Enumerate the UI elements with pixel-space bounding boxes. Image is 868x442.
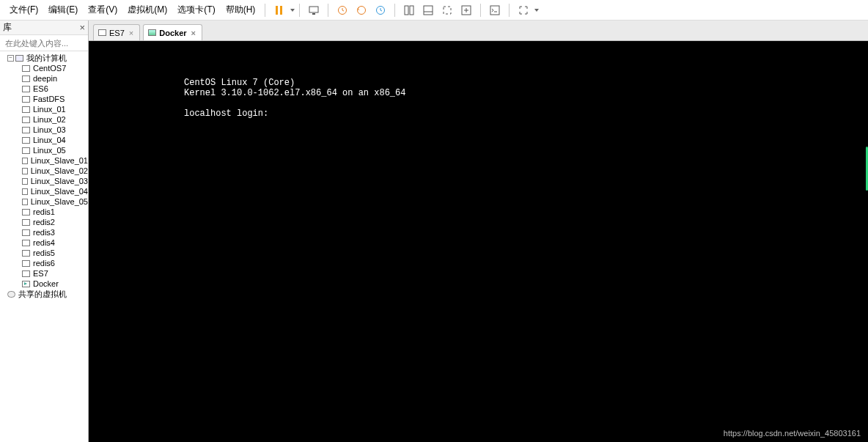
vm-icon — [22, 270, 30, 277]
vm-icon — [22, 240, 30, 246]
tab-bar: ES7 × Docker × — [89, 21, 868, 41]
tree-item[interactable]: CentOS7 — [0, 63, 88, 73]
tree-item[interactable]: redis1 — [0, 207, 88, 217]
pause-icon — [274, 5, 284, 15]
tree-item[interactable]: redis3 — [0, 227, 88, 237]
tree-item[interactable]: FastDFS — [0, 94, 88, 104]
vm-icon — [22, 168, 28, 174]
pause-button[interactable] — [271, 2, 287, 18]
vm-icon — [22, 199, 28, 205]
vm-icon — [22, 260, 30, 267]
console-line: Kernel 3.10.0-1062.el7.x86_64 on an x86_… — [184, 88, 405, 98]
vm-icon — [22, 117, 30, 123]
sidebar-title: 库 — [3, 21, 12, 34]
vm-icon — [22, 147, 30, 154]
vm-icon — [22, 188, 28, 195]
tree-item-label: redis2 — [33, 218, 55, 226]
tree-item[interactable]: Linux_Slave_05 — [0, 196, 88, 207]
vm-icon — [22, 127, 30, 133]
svg-rect-8 — [410, 6, 413, 15]
search-row — [0, 35, 88, 51]
vm-icon — [22, 158, 28, 164]
tree-shared-vms[interactable]: 共享的虚拟机 — [0, 289, 88, 299]
menu-edit[interactable]: 编辑(E) — [43, 4, 83, 16]
tree-item-label: Linux_Slave_05 — [31, 197, 88, 206]
tree-item[interactable]: Linux_Slave_04 — [0, 186, 88, 196]
tree-item[interactable]: redis2 — [0, 217, 88, 227]
tree-item[interactable]: redis4 — [0, 237, 88, 248]
snapshot-manager-button[interactable] — [372, 2, 389, 18]
vm-icon — [22, 86, 30, 92]
menu-bar: 文件(F) 编辑(E) 查看(V) 虚拟机(M) 选项卡(T) 帮助(H) — [0, 0, 868, 21]
monitor-icon — [309, 5, 319, 15]
svg-rect-9 — [424, 6, 433, 15]
vm-icon — [22, 209, 30, 216]
tab-label: ES7 — [109, 29, 125, 37]
send-ctrl-alt-del-button[interactable] — [306, 2, 322, 18]
tab-docker[interactable]: Docker × — [143, 24, 202, 40]
tree-item-label: redis6 — [33, 259, 55, 268]
tree-item[interactable]: redis6 — [0, 258, 88, 268]
unity-button[interactable] — [420, 2, 436, 18]
tree-item[interactable]: Linux_Slave_02 — [0, 166, 88, 176]
pause-dropdown[interactable] — [290, 9, 295, 12]
tree-root-my-computer[interactable]: − 我的计算机 — [0, 53, 88, 63]
tree-item[interactable]: deepin — [0, 73, 88, 84]
vm-icon — [22, 65, 30, 72]
stretch-button[interactable] — [458, 2, 474, 18]
tree-item[interactable]: Linux_04 — [0, 135, 88, 145]
svg-rect-7 — [405, 6, 408, 15]
tree-root-label: 我的计算机 — [26, 53, 67, 64]
expand-dropdown[interactable] — [534, 9, 539, 12]
fullscreen-button[interactable] — [439, 2, 455, 18]
vm-console[interactable]: CentOS Linux 7 (Core) Kernel 3.10.0-1062… — [89, 41, 868, 442]
tree-item[interactable]: Linux_Slave_03 — [0, 176, 88, 186]
tab-es7[interactable]: ES7 × — [93, 24, 140, 40]
vm-icon — [22, 219, 30, 226]
tree-item-label: CentOS7 — [33, 64, 66, 73]
tree-item-label: Linux_05 — [33, 146, 66, 155]
tree-item-label: Linux_Slave_02 — [31, 166, 88, 175]
tree-item[interactable]: ES6 — [0, 84, 88, 94]
fullscreen-icon — [442, 5, 452, 15]
console-line: CentOS Linux 7 (Core) — [184, 78, 295, 88]
tree-item-label: redis4 — [33, 238, 55, 247]
tree-item-label: Docker — [33, 279, 59, 288]
stretch-icon — [461, 5, 471, 15]
vm-icon — [22, 96, 30, 103]
menu-help[interactable]: 帮助(H) — [221, 4, 261, 16]
tree-item[interactable]: Linux_05 — [0, 145, 88, 155]
console-button[interactable] — [487, 2, 503, 18]
tree-item-label: redis3 — [33, 228, 55, 237]
menu-tabs[interactable]: 选项卡(T) — [172, 4, 220, 16]
tab-close-button[interactable]: × — [191, 29, 196, 37]
tree-item[interactable]: Docker — [0, 279, 88, 289]
tree-item-label: deepin — [33, 74, 57, 83]
expand-button[interactable] — [515, 2, 532, 18]
sidebar-close-button[interactable]: × — [79, 22, 85, 33]
tile-button[interactable] — [401, 2, 417, 18]
tree-item[interactable]: ES7 — [0, 268, 88, 279]
collapse-icon[interactable]: − — [7, 55, 14, 62]
vm-tree: − 我的计算机 CentOS7deepinES6FastDFSLinux_01L… — [0, 51, 88, 442]
tree-item-label: Linux_02 — [33, 115, 66, 124]
vm-icon — [22, 75, 30, 82]
tree-item[interactable]: Linux_03 — [0, 125, 88, 135]
tab-close-button[interactable]: × — [129, 29, 133, 37]
tree-item-label: Linux_04 — [33, 136, 66, 144]
console-icon — [490, 5, 500, 15]
tree-item[interactable]: Linux_02 — [0, 114, 88, 125]
vm-icon — [22, 137, 30, 144]
svg-rect-13 — [490, 6, 499, 15]
tree-item[interactable]: Linux_01 — [0, 104, 88, 114]
divider — [509, 4, 510, 17]
snapshot-button[interactable] — [334, 2, 350, 18]
menu-view[interactable]: 查看(V) — [83, 4, 122, 16]
tree-item[interactable]: redis5 — [0, 248, 88, 258]
single-icon — [423, 5, 433, 15]
tile-icon — [404, 5, 414, 15]
tree-item[interactable]: Linux_Slave_01 — [0, 155, 88, 166]
menu-vm[interactable]: 虚拟机(M) — [122, 4, 172, 16]
menu-file[interactable]: 文件(F) — [4, 4, 43, 16]
revert-snapshot-button[interactable] — [353, 2, 369, 18]
